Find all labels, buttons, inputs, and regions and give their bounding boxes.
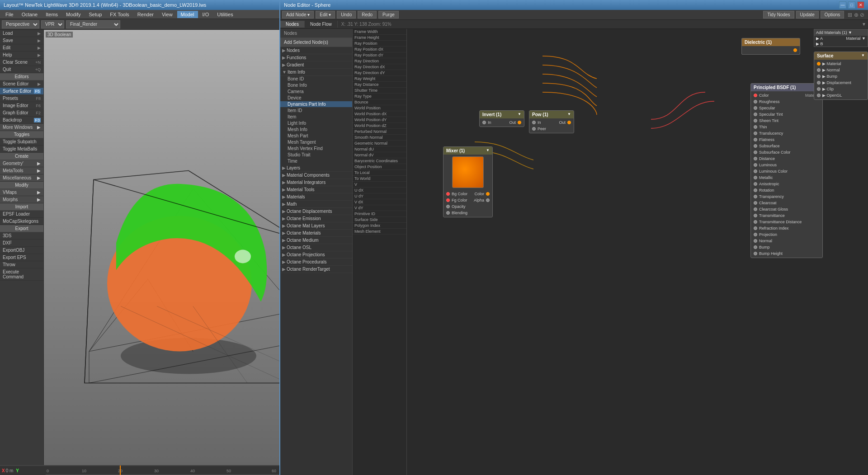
sidebar-export-eps[interactable]: Export EPS [0, 254, 43, 261]
node-item-itemid[interactable]: Item ID [280, 108, 352, 114]
node-section-materialcomponents[interactable]: ▶Material Components [280, 172, 352, 179]
sidebar-mocap[interactable]: MoCapSkelegons [0, 218, 43, 225]
sidebar-save[interactable]: Save ▶ [0, 37, 43, 44]
tidy-nodes-btn[interactable]: Tidy Nodes [763, 11, 794, 19]
sidebar-quit[interactable]: Quit +Q [0, 66, 43, 73]
node-canvas[interactable]: Nodes Add Selected Node(s) ▶Nodes ▶Funct… [280, 29, 868, 475]
node-item-meshvertexfind[interactable]: Mesh Vertex Find [280, 146, 352, 152]
node-section-math[interactable]: ▶Math [280, 201, 352, 208]
node-item-device[interactable]: Device [280, 95, 352, 101]
node-item-dynamics-part-info[interactable]: Dynamics Part Info [280, 101, 352, 108]
node-section-octanelayers[interactable]: ▶Octane Mat Layers [280, 222, 352, 230]
node-section-nodes[interactable]: ▶Nodes [280, 47, 352, 54]
sidebar-image-editor[interactable]: Image Editor F6 [0, 102, 43, 109]
edit-btn[interactable]: Edit ▾ [316, 11, 335, 19]
options-btn[interactable]: Options [821, 11, 844, 19]
add-selected-node-btn[interactable]: Add Selected Node(s) [280, 38, 352, 47]
menu-setup[interactable]: Setup [85, 11, 106, 18]
purge-btn[interactable]: Purge [378, 11, 399, 19]
tab-node-flow[interactable]: Node Flow [305, 21, 338, 28]
node-item-meshpart[interactable]: Mesh Part [280, 133, 352, 139]
node-item-boneid[interactable]: Bone ID [280, 76, 352, 82]
dielectric-node[interactable]: Dielectric (1) [741, 38, 800, 55]
node-section-materialintegrators[interactable]: ▶Material Integrators [280, 179, 352, 186]
menu-items[interactable]: Items [42, 11, 61, 18]
node-item-meshtangent[interactable]: Mesh Tangent [280, 139, 352, 146]
sidebar-backdrop[interactable]: Backdrop F3 [0, 117, 43, 124]
node-section-layers[interactable]: ▶Layers [280, 165, 352, 172]
node-section-octanemedium[interactable]: ▶Octane Medium [280, 237, 352, 244]
tab-nodes[interactable]: Nodes [280, 21, 305, 28]
sidebar-more-windows[interactable]: More Windows ▶ [0, 124, 43, 131]
node-section-octanematerials[interactable]: ▶Octane Materials [280, 230, 352, 237]
mixer-node[interactable]: Mixer (1) ▼ Bg Color Color [443, 146, 493, 217]
sidebar-surface-editor[interactable]: Surface Editor F5 [0, 88, 43, 95]
node-item-camera[interactable]: Camera [280, 89, 352, 95]
update-btn[interactable]: Update [796, 11, 819, 19]
sidebar-execute-command[interactable]: Execute Command [0, 268, 43, 281]
principled-bsdf-node[interactable]: Principled BSDF (1) ▼ Color Material Rou [750, 83, 823, 258]
vpr-select[interactable]: VPR [41, 20, 64, 28]
add-materials-panel[interactable]: Add Materials (1) ▼ ▶ A Material ▼ ▶ B [814, 29, 868, 47]
node-item-time[interactable]: Time [280, 158, 352, 165]
redo-btn[interactable]: Redo [358, 11, 377, 19]
node-section-octaneosl[interactable]: ▶Octane OSL [280, 244, 352, 251]
sidebar-toggle-subpatch[interactable]: Toggle Subpatch [0, 138, 43, 146]
node-item-studiotrait[interactable]: Studio Trait [280, 152, 352, 158]
node-section-octanerendertarget[interactable]: ▶Octane RenderTarget [280, 266, 352, 273]
ne-minimize-btn[interactable]: — [839, 1, 846, 9]
node-section-iteminfo[interactable]: ▼Item Info [280, 69, 352, 76]
sidebar-metatools[interactable]: MetaTools ▶ [0, 167, 43, 174]
view-mode-select[interactable]: Perspective [2, 20, 39, 28]
menu-fxtools[interactable]: FX Tools [106, 11, 133, 18]
sidebar-toggle-metaballs[interactable]: Toggle MetaBalls [0, 146, 43, 153]
sidebar-graph-editor[interactable]: Graph Editor F2 [0, 109, 43, 117]
node-editor-window-controls[interactable]: — □ ✕ [839, 1, 864, 9]
node-section-octaneprojections[interactable]: ▶Octane Projections [280, 251, 352, 259]
sidebar-vmaps[interactable]: VMaps ▶ [0, 189, 43, 196]
sidebar-morphs[interactable]: Morphs ▶ [0, 196, 43, 203]
node-item-lightinfo[interactable]: Light Info [280, 120, 352, 127]
sidebar-help[interactable]: Help ▶ [0, 52, 43, 59]
menu-io[interactable]: I/O [199, 11, 213, 18]
ne-close-btn[interactable]: ✕ [857, 1, 864, 9]
node-item-item[interactable]: Item [280, 114, 352, 120]
add-node-btn[interactable]: Add Node ▾ [282, 11, 314, 19]
node-section-gradient[interactable]: ▶Gradient [280, 61, 352, 69]
sidebar-presets[interactable]: Presets F8 [0, 95, 43, 102]
node-section-octaneprocedurals[interactable]: ▶Octane Procedurals [280, 259, 352, 266]
sidebar-epsf-loader[interactable]: EPSF Loader [0, 211, 43, 218]
sidebar-exportobj[interactable]: ExportOBJ [0, 247, 43, 254]
surface-node[interactable]: Surface ▼ ▶ Material ▶ Normal [814, 52, 868, 100]
sidebar-dxf[interactable]: DXF [0, 240, 43, 247]
sidebar-3ds[interactable]: 3DS [0, 232, 43, 240]
node-section-materials[interactable]: ▶Materials [280, 193, 352, 201]
invert-node[interactable]: Invert (1) ▼ In Out [479, 110, 524, 127]
render-preset-select[interactable]: Final_Render [66, 20, 120, 28]
node-section-octaneemission[interactable]: ▶Octane Emission [280, 215, 352, 222]
node-connections-area[interactable]: Frame Width Frame Height Ray Position Ra… [353, 29, 868, 475]
sidebar-throw[interactable]: Throw [0, 261, 43, 268]
menu-octane[interactable]: Octane [18, 11, 41, 18]
sidebar-scene-editor[interactable]: Scene Editor ▶ [0, 80, 43, 88]
node-item-boneinfo[interactable]: Bone Info [280, 82, 352, 89]
menu-view[interactable]: View [158, 11, 176, 18]
menu-model[interactable]: Model [177, 11, 198, 18]
node-section-materialtools[interactable]: ▶Material Tools [280, 186, 352, 193]
menu-modify[interactable]: Modify [62, 11, 84, 18]
menu-file[interactable]: File [2, 11, 17, 18]
node-item-meshinfo[interactable]: Mesh Info [280, 127, 352, 133]
node-section-octanedisp[interactable]: ▶Octane Displacements [280, 208, 352, 215]
pow-node[interactable]: Pow (1) ▼ In Out Peer [529, 110, 574, 133]
undo-btn[interactable]: Undo [337, 11, 356, 19]
sidebar-clear-scene[interactable]: Clear Scene +N [0, 59, 43, 66]
sidebar-load[interactable]: Load ▶ [0, 30, 43, 37]
sidebar-edit[interactable]: Edit ▶ [0, 44, 43, 52]
sidebar-miscellaneous[interactable]: Miscellaneous ▶ [0, 174, 43, 182]
menu-render[interactable]: Render [134, 11, 157, 18]
ne-maximize-btn[interactable]: □ [848, 1, 855, 9]
menu-utilities[interactable]: Utilities [213, 11, 236, 18]
sidebar-geometry[interactable]: Geometry' ▶ [0, 160, 43, 167]
node-section-functions[interactable]: ▶Functions [280, 54, 352, 61]
input-frame-width: Frame Width [353, 29, 406, 35]
